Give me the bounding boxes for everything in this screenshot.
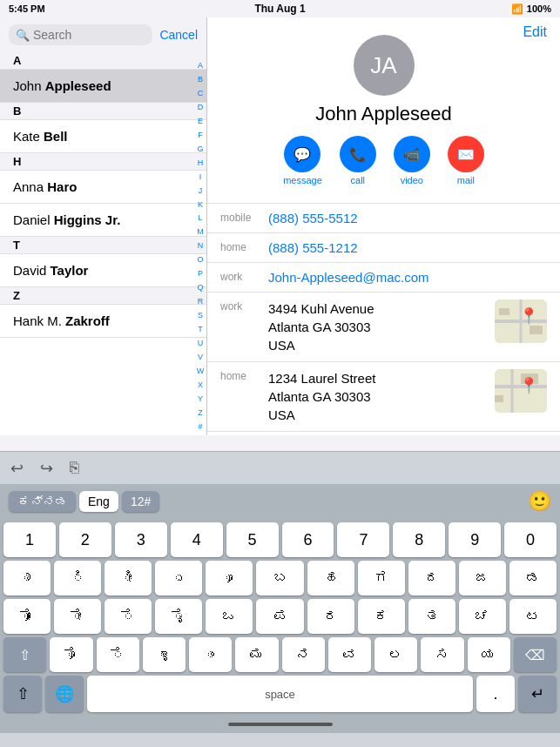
key-ra[interactable]: ಾ	[3, 561, 51, 596]
paste-button[interactable]: ⎘	[68, 457, 81, 479]
key-ru[interactable]: ೄ	[143, 637, 186, 672]
contact-item[interactable]: Daniel Higgins Jr.	[0, 204, 206, 237]
backspace-key[interactable]: ⌫	[514, 637, 557, 672]
contact-item[interactable]: Anna Haro	[0, 171, 206, 204]
action-buttons: 💬 message 📞 call 📹 video ✉️ mail	[283, 136, 484, 185]
period-key[interactable]: .	[476, 676, 515, 712]
lang-12hash-button[interactable]: 12#	[122, 491, 159, 512]
key-o[interactable]: ಒ	[206, 599, 253, 634]
key-1[interactable]: 1	[3, 522, 56, 557]
contact-item[interactable]: David Taylor	[0, 254, 206, 287]
work-address-map[interactable]: 📍	[495, 299, 547, 343]
field-group: mobile (888) 555-5512 home (888) 555-121…	[207, 203, 560, 435]
search-input-wrap[interactable]: 🔍	[9, 24, 152, 45]
key-6[interactable]: 6	[282, 522, 334, 557]
key-0[interactable]: 0	[504, 522, 557, 557]
key-da[interactable]: ದ	[408, 561, 455, 596]
mobile-value[interactable]: (888) 555-5512	[268, 211, 547, 225]
contact-item[interactable]: Kate Bell	[0, 120, 206, 153]
key-ga[interactable]: ಗ	[358, 561, 405, 596]
message-icon: 💬	[284, 136, 320, 172]
contact-item[interactable]: Hank M. Zakroff	[0, 305, 206, 338]
key-sa[interactable]: ಸ	[421, 637, 463, 672]
svg-rect-9	[495, 395, 503, 402]
map-pin-icon: 📍	[519, 306, 538, 326]
key-ka[interactable]: ಕ	[358, 599, 405, 634]
key-ba[interactable]: ಬ	[256, 561, 303, 596]
video-action-button[interactable]: 📹 video	[394, 136, 430, 185]
key-oo[interactable]: ೋ	[3, 599, 51, 634]
alpha-sidebar[interactable]: A B C D E F G H I J K L M N O P Q R S T …	[194, 57, 206, 435]
wifi-icon: 📶	[511, 3, 523, 15]
status-bar: 5:45 PM Thu Aug 1 📶 100%	[0, 0, 560, 17]
key-ma[interactable]: ಮ	[235, 637, 278, 672]
home-address-map[interactable]: 📍	[495, 369, 547, 413]
work-email-value[interactable]: John-Appleseed@mac.com	[268, 270, 547, 285]
key-5[interactable]: 5	[226, 522, 279, 557]
work-address-value[interactable]: 3494 Kuhl AvenueAtlanta GA 30303USA	[268, 299, 486, 354]
spacebar-key[interactable]: space	[87, 676, 473, 712]
return-key[interactable]: ↵	[518, 676, 557, 712]
key-va[interactable]: ವ	[328, 637, 371, 672]
key-8[interactable]: 8	[393, 522, 445, 557]
key-la[interactable]: ಲ	[374, 637, 417, 672]
key-pa[interactable]: ಪ	[256, 599, 303, 634]
key-ja[interactable]: ಜ	[459, 561, 506, 596]
home-phone-value[interactable]: (888) 555-1212	[268, 240, 547, 255]
keyboard-toolbar: ↩ ↪ ⎘	[0, 451, 560, 484]
key-u[interactable]: ು	[155, 561, 202, 596]
key-ta2[interactable]: ಟ	[509, 599, 557, 634]
globe-key[interactable]: 🌐	[45, 676, 84, 712]
key-na[interactable]: ನ	[282, 637, 325, 672]
message-action-button[interactable]: 💬 message	[283, 136, 322, 185]
mail-icon: ✉️	[448, 136, 484, 172]
lang-kannada-button[interactable]: ಕನ್ನಡ	[9, 491, 76, 512]
emoji-button[interactable]: 🙂	[528, 490, 551, 513]
key-o2[interactable]: ೊ	[50, 637, 92, 672]
contacts-list: A John Appleseed B Kate Bell H Anna Haro…	[0, 52, 206, 435]
key-ai[interactable]: ೈ	[155, 599, 202, 634]
key-ri[interactable]: ಿ	[54, 561, 101, 596]
search-input[interactable]	[33, 28, 145, 42]
video-label: video	[401, 175, 423, 185]
key-e2[interactable]: ೆ	[97, 637, 139, 672]
key-3[interactable]: 3	[115, 522, 167, 557]
key-aa[interactable]: ೀ	[105, 561, 152, 596]
key-9[interactable]: 9	[449, 522, 501, 557]
detail-header: JA John Appleseed 💬 message 📞 call 📹 vid…	[207, 17, 560, 203]
key-shift-dummy[interactable]: ⇧	[3, 637, 46, 672]
key-ha[interactable]: ಹ	[307, 561, 354, 596]
keyboard-row-1: ಾ ಿ ೀ ು ೂ ಬ ಹ ಗ ದ ಜ ಡ	[3, 561, 557, 596]
key-da2[interactable]: ಡ	[509, 561, 557, 596]
key-ca[interactable]: ಚ	[459, 599, 506, 634]
shift-key[interactable]: ⇧	[3, 676, 42, 712]
key-uu[interactable]: ೂ	[206, 561, 253, 596]
svg-rect-4	[530, 326, 543, 334]
cancel-button[interactable]: Cancel	[159, 28, 198, 42]
key-7[interactable]: 7	[337, 522, 389, 557]
key-e[interactable]: ೆ	[105, 599, 152, 634]
edit-button[interactable]: Edit	[523, 24, 547, 40]
home-address-value[interactable]: 1234 Laurel StreetAtlanta GA 30303USA	[268, 369, 486, 424]
home-bar	[0, 716, 560, 733]
battery-label: 100%	[527, 3, 551, 14]
mail-action-button[interactable]: ✉️ mail	[448, 136, 484, 185]
contact-item[interactable]: John Appleseed	[0, 70, 206, 103]
lang-eng-button[interactable]: Eng	[79, 491, 118, 512]
keyboard-lang-bar: ಕನ್ನಡ Eng 12# 🙂	[0, 484, 560, 519]
key-ta[interactable]: ತ	[408, 599, 455, 634]
undo-button[interactable]: ↩	[9, 457, 25, 480]
search-bar: 🔍 Cancel	[0, 17, 206, 52]
key-ang[interactable]: ಂ	[189, 637, 232, 672]
key-ee[interactable]: ೇ	[54, 599, 101, 634]
section-header-z: Z	[0, 287, 206, 305]
redo-button[interactable]: ↪	[38, 457, 55, 480]
key-2[interactable]: 2	[59, 522, 111, 557]
call-action-button[interactable]: 📞 call	[340, 136, 376, 185]
contact-detail: Edit JA John Appleseed 💬 message 📞 call …	[207, 17, 560, 435]
key-ra2[interactable]: ರ	[307, 599, 354, 634]
field-row-birthday: birthday June 22, 1980	[207, 432, 560, 435]
key-4[interactable]: 4	[171, 522, 223, 557]
home-address-label: home	[220, 369, 268, 382]
key-ya[interactable]: ಯ	[468, 637, 510, 672]
